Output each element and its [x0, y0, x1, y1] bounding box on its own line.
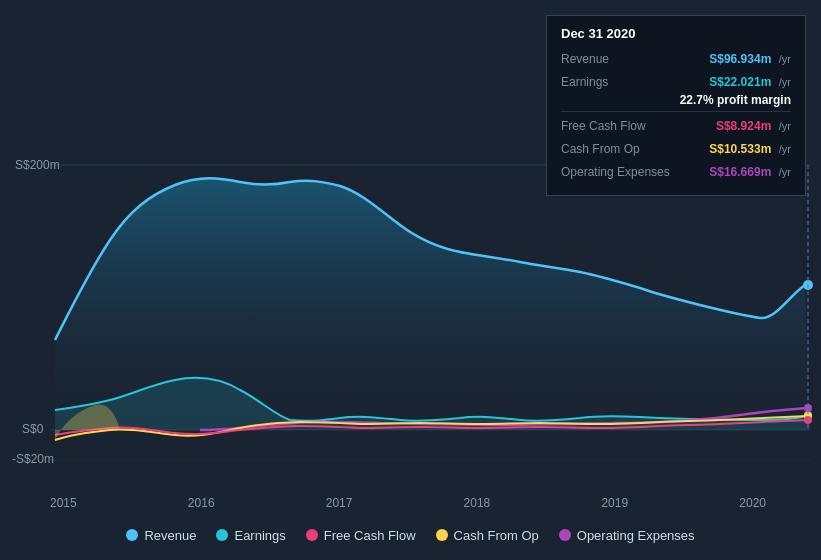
tooltip-label-earnings: Earnings [561, 75, 671, 89]
legend-label-cashfromop: Cash From Op [454, 528, 539, 543]
tooltip-unit-cashfromop: /yr [779, 143, 791, 155]
legend-item-earnings[interactable]: Earnings [216, 528, 285, 543]
legend-label-earnings: Earnings [234, 528, 285, 543]
x-label-2018: 2018 [464, 496, 491, 510]
tooltip-unit-revenue: /yr [779, 53, 791, 65]
legend-label-opex: Operating Expenses [577, 528, 695, 543]
legend-item-revenue[interactable]: Revenue [126, 528, 196, 543]
x-axis: 2015 2016 2017 2018 2019 2020 [0, 496, 821, 510]
tooltip-row-cashfromop: Cash From Op S$10.533m /yr [561, 139, 791, 157]
tooltip-value-fcf: S$8.924m [716, 119, 771, 133]
legend-item-fcf[interactable]: Free Cash Flow [306, 528, 416, 543]
tooltip-label-fcf: Free Cash Flow [561, 119, 671, 133]
legend: Revenue Earnings Free Cash Flow Cash Fro… [0, 510, 821, 560]
tooltip-row-revenue: Revenue S$96.934m /yr [561, 49, 791, 67]
x-label-2019: 2019 [601, 496, 628, 510]
y-label-0: S$0 [22, 422, 43, 436]
x-label-2020: 2020 [739, 496, 766, 510]
tooltip-date: Dec 31 2020 [561, 26, 791, 41]
legend-dot-cashfromop [436, 529, 448, 541]
tooltip-label-cashfromop: Cash From Op [561, 142, 671, 156]
y-label-minus20m: -S$20m [12, 452, 54, 466]
tooltip-value-revenue: S$96.934m [709, 52, 771, 66]
tooltip-label-opex: Operating Expenses [561, 165, 671, 179]
legend-dot-earnings [216, 529, 228, 541]
tooltip-unit-fcf: /yr [779, 120, 791, 132]
tooltip: Dec 31 2020 Revenue S$96.934m /yr Earnin… [546, 15, 806, 196]
x-label-2017: 2017 [326, 496, 353, 510]
legend-label-revenue: Revenue [144, 528, 196, 543]
tooltip-unit-earnings: /yr [779, 76, 791, 88]
tooltip-unit-opex: /yr [779, 166, 791, 178]
legend-label-fcf: Free Cash Flow [324, 528, 416, 543]
legend-item-cashfromop[interactable]: Cash From Op [436, 528, 539, 543]
tooltip-label-revenue: Revenue [561, 52, 671, 66]
legend-dot-fcf [306, 529, 318, 541]
tooltip-row-fcf: Free Cash Flow S$8.924m /yr [561, 116, 791, 134]
tooltip-profit-margin: 22.7% profit margin [561, 93, 791, 107]
tooltip-row-opex: Operating Expenses S$16.669m /yr [561, 162, 791, 180]
tooltip-value-earnings: S$22.021m [709, 75, 771, 89]
x-label-2015: 2015 [50, 496, 77, 510]
legend-dot-revenue [126, 529, 138, 541]
y-label-200m: S$200m [15, 158, 60, 172]
tooltip-row-earnings: Earnings S$22.021m /yr [561, 72, 791, 90]
x-label-2016: 2016 [188, 496, 215, 510]
tooltip-value-cashfromop: S$10.533m [709, 142, 771, 156]
legend-dot-opex [559, 529, 571, 541]
chart-container: S$200m S$0 -S$20m Dec 31 2020 Revenue S$… [0, 0, 821, 510]
legend-item-opex[interactable]: Operating Expenses [559, 528, 695, 543]
tooltip-value-opex: S$16.669m [709, 165, 771, 179]
